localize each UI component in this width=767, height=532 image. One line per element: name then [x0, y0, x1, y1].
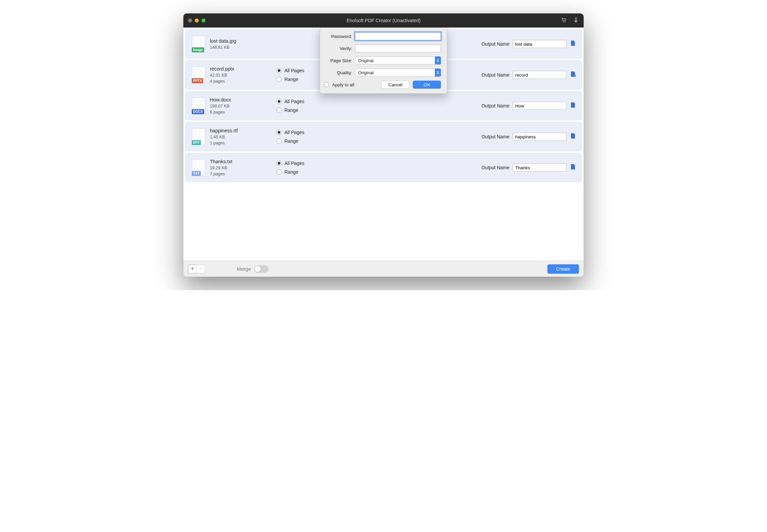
svg-point-3	[573, 74, 576, 77]
all-pages-radio[interactable]	[276, 99, 282, 104]
file-pages: 4 pages	[210, 79, 234, 84]
file-row[interactable]: TXT Thanks.txt 19.29 KB 7 pages All Page…	[185, 153, 582, 182]
file-type-icon: DOCX	[192, 97, 205, 114]
apply-to-all-label: Apply to all	[332, 82, 354, 87]
ok-button[interactable]: OK	[413, 81, 441, 89]
apply-to-all-checkbox[interactable]	[324, 82, 329, 87]
row-settings-icon[interactable]	[570, 102, 577, 110]
window-title: Enolsoft PDF Creator (Unactivated)	[183, 18, 584, 23]
page-size-select[interactable]: Original	[355, 56, 441, 64]
titlebar: Enolsoft PDF Creator (Unactivated)	[183, 13, 584, 28]
file-row[interactable]: DOCX How.docx 199.07 KB 6 pages All Page…	[185, 91, 582, 120]
footer-toolbar: + − Merge Create	[183, 261, 584, 277]
svg-point-0	[563, 21, 564, 22]
zoom-window-button[interactable]	[201, 18, 206, 23]
range-radio[interactable]	[276, 107, 282, 113]
file-name: record.pptx	[210, 66, 234, 72]
file-pages: 6 pages	[210, 110, 231, 115]
add-file-button[interactable]: +	[188, 265, 197, 273]
output-name-label: Output Name	[482, 72, 509, 78]
file-type-icon: RTF	[192, 128, 205, 145]
file-name: Thanks.txt	[210, 159, 232, 164]
output-name-input[interactable]	[513, 164, 567, 172]
output-name-input[interactable]	[513, 133, 567, 141]
minimize-window-button[interactable]	[195, 18, 199, 23]
output-name-input[interactable]	[513, 102, 567, 110]
range-radio[interactable]	[276, 138, 282, 144]
file-size: 19.29 KB	[210, 166, 232, 170]
svg-point-1	[565, 21, 566, 22]
remove-file-button[interactable]: −	[196, 265, 205, 273]
row-settings-icon[interactable]	[570, 164, 577, 172]
file-name: lost data.jpg	[210, 38, 236, 44]
select-arrows-icon	[435, 56, 441, 64]
merge-toggle[interactable]	[254, 265, 269, 273]
merge-label: Merge	[237, 266, 251, 272]
password-label: Password:	[324, 34, 352, 39]
row-settings-icon[interactable]	[570, 133, 577, 141]
cancel-button[interactable]: Cancel	[381, 81, 409, 89]
output-name-label: Output Name	[482, 41, 509, 47]
traffic-lights	[188, 18, 206, 23]
range-radio[interactable]	[276, 169, 282, 175]
output-name-label: Output Name	[482, 134, 509, 139]
all-pages-radio[interactable]	[276, 68, 282, 73]
file-size: 1.45 KB	[210, 135, 238, 139]
all-pages-radio[interactable]	[276, 130, 282, 135]
file-name: happiness.rtf	[210, 128, 238, 133]
file-row[interactable]: RTF happiness.rtf 1.45 KB 1 pages All Pa…	[185, 122, 582, 151]
file-name: How.docx	[210, 97, 231, 102]
file-pages: 1 pages	[210, 141, 238, 145]
cart-icon[interactable]	[561, 17, 567, 24]
verify-input[interactable]	[355, 44, 441, 52]
app-window: Enolsoft PDF Creator (Unactivated) Image…	[183, 13, 584, 277]
output-name-input[interactable]	[513, 71, 567, 79]
file-size: 199.07 KB	[210, 104, 231, 108]
file-size: 148.81 KB	[210, 45, 236, 50]
create-button[interactable]: Create	[547, 264, 579, 274]
row-settings-icon[interactable]	[570, 40, 577, 48]
svg-point-2	[576, 21, 576, 21]
thermometer-icon[interactable]	[573, 17, 579, 24]
file-type-icon: Image	[192, 36, 205, 52]
settings-sheet: Password: Verify: Page Size: Original Qu…	[320, 28, 447, 94]
output-name-input[interactable]	[513, 40, 567, 48]
verify-label: Verify:	[324, 46, 352, 51]
quality-label: Quality:	[324, 70, 352, 75]
select-arrows-icon	[435, 69, 441, 77]
quality-select[interactable]: Original	[355, 69, 441, 77]
file-pages: 7 pages	[210, 172, 232, 176]
output-name-label: Output Name	[482, 165, 509, 170]
row-settings-icon[interactable]	[570, 71, 577, 79]
all-pages-radio[interactable]	[276, 161, 282, 166]
close-window-button[interactable]	[188, 18, 192, 23]
output-name-label: Output Name	[482, 103, 509, 108]
page-size-label: Page Size:	[324, 58, 352, 63]
range-radio[interactable]	[276, 77, 282, 82]
password-input[interactable]	[355, 32, 441, 40]
file-type-icon: TXT	[192, 159, 205, 176]
file-size: 42.01 KB	[210, 73, 234, 78]
file-type-icon: PPTX	[192, 66, 205, 83]
